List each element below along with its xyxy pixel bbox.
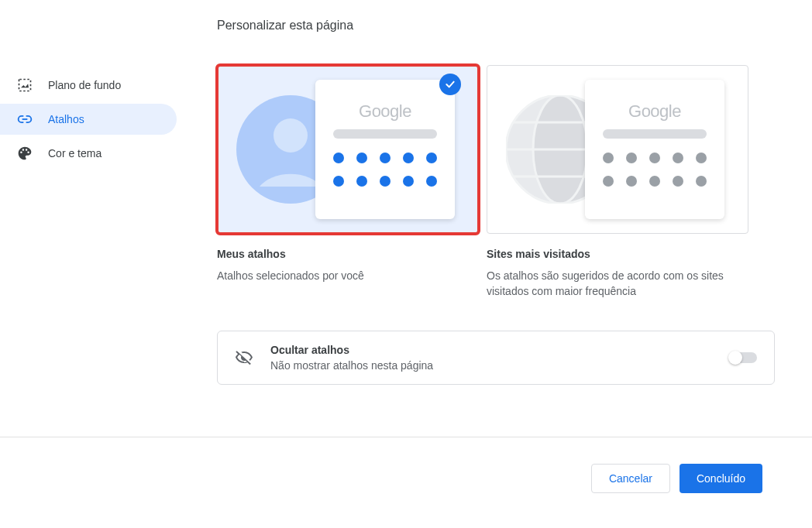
- checkmark-icon: [439, 74, 461, 95]
- sidebar-item-label: Cor e tema: [48, 147, 102, 159]
- visibility-off-icon: [235, 348, 253, 367]
- search-bar-placeholder: [603, 129, 707, 139]
- main-content: Personalizar esta página: [180, 0, 812, 437]
- hide-description: Não mostrar atalhos nesta página: [270, 359, 729, 372]
- cancel-button[interactable]: Cancelar: [591, 464, 670, 493]
- svg-rect-0: [19, 80, 31, 91]
- google-logo: Google: [359, 101, 411, 122]
- shortcut-dots: [603, 153, 707, 187]
- options-row: Google Meus atalhos Atalhos selecionados…: [217, 65, 775, 300]
- page-title: Personalizar esta página: [217, 19, 775, 33]
- sidebar: Plano de fundo Atalhos Cor e tema: [0, 0, 180, 437]
- option-my-shortcuts: Google Meus atalhos Atalhos selecionados…: [217, 65, 479, 300]
- palette-icon: [17, 146, 33, 161]
- option-most-visited: Google Sites mais visitados Os atalhos s…: [487, 65, 748, 300]
- option-title: Sites mais visitados: [487, 248, 748, 260]
- option-description: Os atalhos são sugeridos de acordo com o…: [487, 268, 748, 300]
- preview-window: Google: [315, 80, 455, 219]
- svg-point-2: [274, 118, 308, 153]
- done-button[interactable]: Concluído: [680, 464, 762, 493]
- option-card-my-shortcuts[interactable]: Google: [217, 65, 479, 234]
- hide-shortcuts-toggle[interactable]: [729, 352, 757, 363]
- preview-window: Google: [585, 80, 724, 219]
- option-title: Meus atalhos: [217, 248, 479, 260]
- option-card-most-visited[interactable]: Google: [487, 65, 748, 234]
- option-description: Atalhos selecionados por você: [217, 268, 479, 283]
- hide-title: Ocultar atalhos: [270, 344, 729, 356]
- footer: Cancelar Concluído: [0, 437, 812, 528]
- sidebar-item-shortcuts[interactable]: Atalhos: [0, 104, 177, 135]
- toggle-knob: [728, 351, 742, 365]
- shortcut-dots: [333, 153, 437, 187]
- sidebar-item-label: Atalhos: [48, 113, 84, 125]
- sidebar-item-label: Plano de fundo: [48, 79, 121, 91]
- sidebar-item-background[interactable]: Plano de fundo: [0, 70, 177, 101]
- hide-shortcuts-section: Ocultar atalhos Não mostrar atalhos nest…: [217, 331, 775, 385]
- search-bar-placeholder: [333, 129, 437, 139]
- background-icon: [17, 77, 33, 93]
- link-icon: [17, 111, 33, 127]
- google-logo: Google: [628, 101, 681, 122]
- sidebar-item-color[interactable]: Cor e tema: [0, 138, 177, 169]
